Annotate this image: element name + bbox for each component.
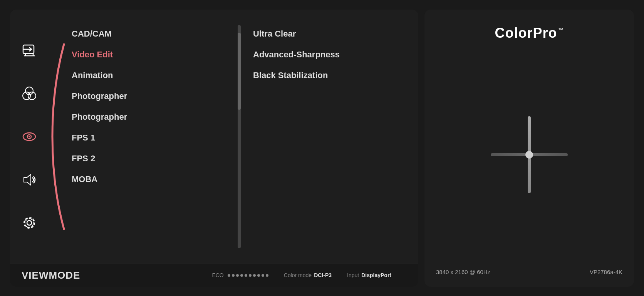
right-bottom-bar: 3840 x 2160 @ 60Hz VP2786a-4K [436, 269, 622, 275]
colorpro-trademark: ™ [558, 27, 564, 33]
scrollbar[interactable] [237, 21, 242, 252]
menu-item-ultraclear[interactable]: Ultra Clear [253, 29, 418, 39]
svg-point-14 [24, 218, 34, 228]
menu-item-cadcam[interactable]: CAD/CAM [72, 29, 237, 39]
menu-item-moba[interactable]: MOBA [72, 174, 237, 184]
crosshair-dot [525, 151, 533, 159]
svg-point-11 [29, 136, 30, 137]
menu-item-fps2[interactable]: FPS 2 [72, 154, 237, 164]
input-key: Input [347, 272, 359, 278]
menu-col-2: Ultra Clear Advanced-Sharpness Black Sta… [242, 21, 418, 252]
model-text: VP2786a-4K [590, 269, 622, 275]
colorpro-text: ColorPro [495, 25, 557, 41]
color-mode-key: Color mode [284, 272, 312, 278]
eco-dot-10 [266, 274, 268, 277]
color-icon[interactable] [19, 84, 39, 104]
scrollbar-thumb [238, 33, 241, 110]
menu-area: CAD/CAM Video Edit Animation Photographe… [68, 21, 418, 252]
color-mode-value: DCI-P3 [314, 272, 332, 278]
menu-item-photographer1[interactable]: Photographer [72, 91, 237, 101]
svg-marker-12 [24, 174, 31, 185]
eye-icon[interactable] [19, 127, 39, 147]
left-panel: CAD/CAM Video Edit Animation Photographe… [10, 10, 418, 287]
menu-col-1: CAD/CAM Video Edit Animation Photographe… [68, 21, 237, 252]
menu-item-fps1[interactable]: FPS 1 [72, 133, 237, 143]
input-icon[interactable] [19, 40, 39, 60]
settings-icon[interactable] [19, 213, 39, 233]
eco-dots [228, 274, 268, 277]
eco-dot-6 [249, 274, 252, 277]
eco-group: ECO [212, 272, 268, 278]
eco-dot-3 [236, 274, 239, 277]
eco-dot-7 [253, 274, 256, 277]
menu-item-animation[interactable]: Animation [72, 70, 237, 80]
eco-dot-9 [262, 274, 264, 277]
eco-dot-1 [228, 274, 230, 277]
input-value: DisplayPort [361, 272, 391, 278]
menu-item-photographer2[interactable]: Photographer [72, 112, 237, 122]
eco-dot-2 [232, 274, 235, 277]
menu-item-videoedit[interactable]: Video Edit [72, 50, 237, 60]
svg-point-13 [27, 221, 32, 225]
color-mode-group: Color mode DCI-P3 [284, 272, 332, 278]
menu-item-black-stabilization[interactable]: Black Stabilization [253, 70, 418, 80]
right-panel: ColorPro ™ 3840 x 2160 @ 60Hz VP2786a-4K [424, 10, 634, 287]
crosshair-widget [479, 105, 579, 205]
curved-bracket [49, 21, 68, 252]
sidebar-icons [10, 21, 49, 252]
audio-icon[interactable] [19, 170, 39, 190]
eco-dot-4 [240, 274, 243, 277]
scrollbar-track [238, 25, 241, 248]
input-group: Input DisplayPort [347, 272, 391, 278]
bottom-bar: VIEWMODE ECO Color mode D [10, 264, 418, 287]
eco-dot-8 [257, 274, 260, 277]
viewmode-label: VIEWMODE [22, 269, 80, 281]
resolution-text: 3840 x 2160 @ 60Hz [436, 269, 490, 275]
menu-item-advanced-sharpness[interactable]: Advanced-Sharpness [253, 50, 418, 60]
screen-container: CAD/CAM Video Edit Animation Photographe… [10, 10, 634, 287]
colorpro-title: ColorPro ™ [495, 25, 564, 41]
eco-label: ECO [212, 272, 223, 278]
eco-dot-5 [245, 274, 247, 277]
